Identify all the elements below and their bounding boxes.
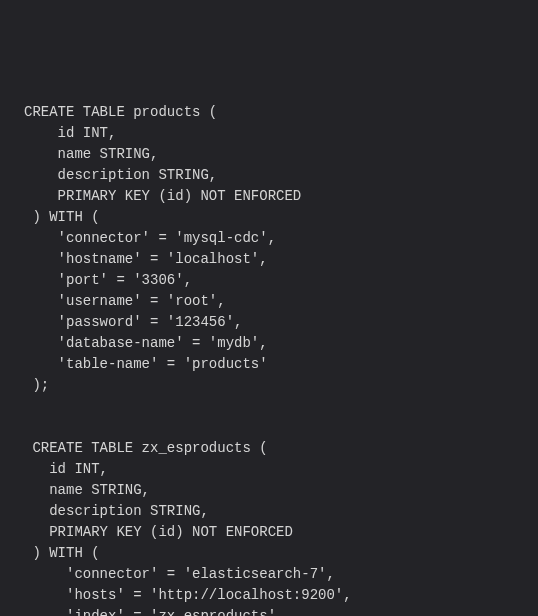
code-content: CREATE TABLE products ( id INT, name STR… [24, 104, 352, 616]
code-block: CREATE TABLE products ( id INT, name STR… [24, 102, 538, 616]
